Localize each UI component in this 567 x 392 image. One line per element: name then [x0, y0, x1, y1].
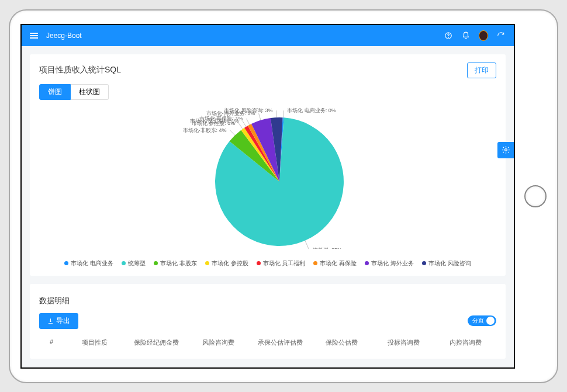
tab-pie[interactable]: 饼图	[39, 84, 71, 100]
help-icon[interactable]	[444, 31, 453, 40]
chart-legend: 市场化 电商业务统筹型市场化 非股东市场化 参控股市场化 员工福利市场化 再保险…	[39, 259, 496, 268]
bell-icon[interactable]	[461, 31, 471, 40]
menu-toggle-icon[interactable]	[30, 32, 39, 40]
toggle-knob	[486, 317, 495, 325]
svg-line-5	[238, 123, 243, 129]
pagination-label: 分页	[472, 317, 484, 325]
column-header: #	[39, 338, 64, 347]
chart-tabs: 饼图 柱状图	[39, 84, 496, 100]
settings-gear-button[interactable]	[497, 142, 514, 158]
main-content: 项目性质收入统计SQL 打印 饼图 柱状图 市场化 电商业务: 0%统筹型: 8…	[22, 46, 514, 367]
svg-line-9	[276, 110, 277, 117]
pie-label: 市场化 再保险: 1%	[199, 115, 243, 121]
legend-item[interactable]: 市场化 再保险	[313, 259, 357, 268]
screen: Jeecg-Boot 项目性质收入统计SQL 打印 饼图 柱状图 市场化 电商业…	[20, 24, 515, 369]
svg-point-10	[504, 149, 507, 151]
column-header: 项目性质	[64, 338, 126, 347]
legend-item[interactable]: 市场化 风险咨询	[422, 259, 471, 268]
svg-line-4	[230, 130, 235, 135]
column-header: 承保公估评估费	[249, 338, 311, 347]
pie-label: 统筹型: 85%	[313, 247, 342, 249]
column-header: 内控咨询费	[434, 338, 496, 347]
refresh-icon[interactable]	[496, 31, 506, 40]
legend-item[interactable]: 市场化 海外业务	[365, 259, 414, 268]
pie-label: 市场化 电商业务: 0%	[287, 107, 336, 113]
legend-item[interactable]: 市场化 参控股	[205, 259, 248, 268]
tablet-frame: Jeecg-Boot 项目性质收入统计SQL 打印 饼图 柱状图 市场化 电商业…	[9, 9, 558, 383]
legend-item[interactable]: 市场化 员工福利	[257, 259, 306, 268]
legend-item[interactable]: 市场化 非股东	[154, 259, 197, 268]
column-header: 投标咨询费	[373, 338, 435, 347]
tab-bar[interactable]: 柱状图	[71, 84, 109, 100]
detail-card: 数据明细 导出 分页 #项目性质保险经纪佣金费风险咨询费承保公估评估费保险公估费…	[30, 284, 506, 359]
column-header: 保险经纪佣金费	[126, 338, 188, 347]
svg-line-3	[305, 240, 309, 248]
table-header: #项目性质保险经纪佣金费风险咨询费承保公估评估费保险公估费投标咨询费内控咨询费	[39, 335, 496, 351]
pie-label: 市场化 风险咨询: 3%	[224, 107, 273, 113]
export-button[interactable]: 导出	[39, 313, 78, 329]
detail-title: 数据明细	[39, 292, 496, 313]
legend-item[interactable]: 市场化 电商业务	[64, 259, 113, 268]
svg-line-8	[259, 113, 261, 120]
pie-chart: 市场化 电商业务: 0%统筹型: 85%市场化-非股东: 4%市场化 参控股: …	[39, 106, 496, 255]
svg-line-6	[243, 120, 246, 126]
chart-card: 项目性质收入统计SQL 打印 饼图 柱状图 市场化 电商业务: 0%统筹型: 8…	[30, 54, 506, 276]
print-button[interactable]: 打印	[467, 63, 496, 78]
column-header: 保险公估费	[311, 338, 373, 347]
svg-point-1	[448, 37, 449, 37]
svg-line-2	[284, 110, 284, 117]
card-title: 项目性质收入统计SQL	[39, 65, 467, 75]
top-bar: Jeecg-Boot	[22, 25, 514, 46]
user-avatar[interactable]	[479, 31, 488, 40]
pie-label: 市场化-非股东: 4%	[183, 127, 227, 133]
svg-line-7	[246, 118, 250, 124]
export-label: 导出	[56, 316, 70, 326]
legend-item[interactable]: 统筹型	[122, 259, 146, 268]
column-header: 风险咨询费	[188, 338, 250, 347]
app-title: Jeecg-Boot	[46, 32, 82, 40]
tablet-home-button[interactable]	[524, 185, 547, 207]
pagination-toggle[interactable]: 分页	[468, 315, 496, 326]
